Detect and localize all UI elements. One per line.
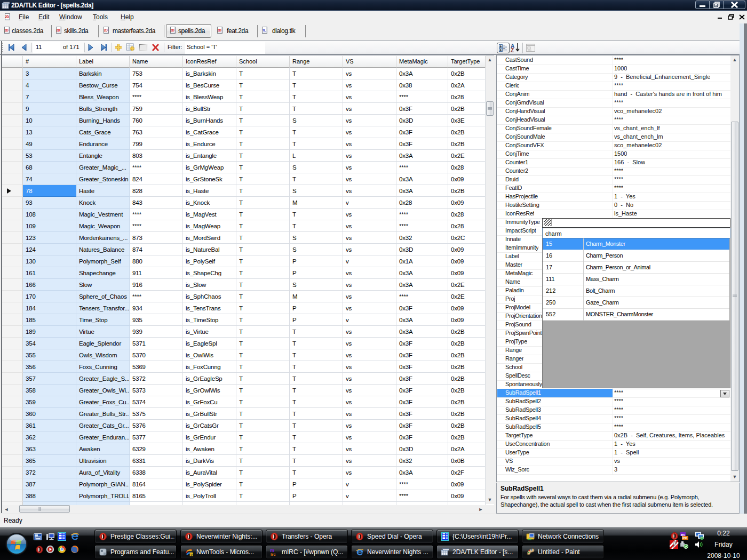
svg-text:irc: irc xyxy=(271,552,276,556)
svg-text:irc: irc xyxy=(682,536,687,540)
